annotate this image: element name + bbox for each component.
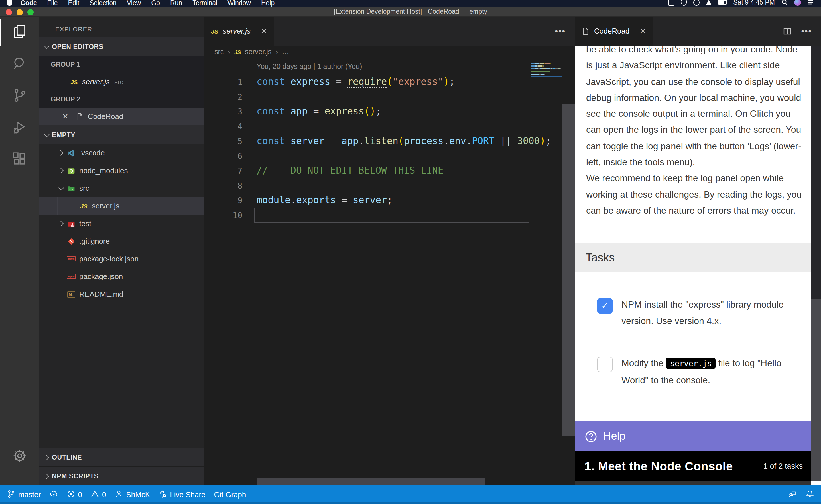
js-icon: JS	[80, 202, 88, 210]
chevron-down-icon	[44, 43, 50, 49]
gear-icon	[12, 448, 27, 466]
extensions-icon	[12, 151, 27, 169]
sidebar-section-npm-scripts[interactable]: NPM SCRIPTS	[39, 466, 204, 485]
minimap-line	[531, 70, 561, 71]
status-item-feedback[interactable]	[788, 489, 797, 500]
apple-menu-icon[interactable]	[7, 0, 12, 5]
menu-bar-clock[interactable]: Sat 9 4:45 PM	[733, 0, 775, 6]
tree-item-src[interactable]: src	[39, 179, 204, 197]
siri-icon[interactable]	[794, 0, 801, 6]
editor-actions-more-icon[interactable]: •••	[801, 26, 812, 36]
menu-item-code[interactable]: Code	[21, 0, 37, 6]
tree-item-readme-md[interactable]: M↓README.md	[39, 285, 204, 303]
menu-item-terminal[interactable]: Terminal	[192, 0, 217, 6]
tree-item-package-json[interactable]: npmpackage.json	[39, 268, 204, 285]
menu-item-view[interactable]: View	[127, 0, 141, 6]
codelens-annotation[interactable]: You, 20 days ago | 1 author (You)	[257, 63, 362, 71]
tab-coderoad[interactable]: CodeRoad ✕	[575, 17, 653, 46]
status-item-bell[interactable]	[806, 489, 814, 500]
open-editor-item-coderoad[interactable]: ✕CodeRoad	[39, 108, 204, 125]
minimap-line	[531, 68, 561, 69]
activity-bar-item-source-control[interactable]	[0, 80, 39, 112]
activity-bar-item-extensions[interactable]	[0, 144, 39, 176]
close-tab-icon[interactable]: ✕	[640, 27, 646, 35]
activity-bar-item-explorer[interactable]	[0, 17, 39, 48]
breadcrumb-item-src[interactable]: src	[215, 48, 224, 56]
tab-server-js[interactable]: JS server.js ✕	[204, 17, 274, 46]
breadcrumb-separator: ›	[228, 48, 230, 56]
notification-center-icon[interactable]	[807, 0, 814, 6]
eject-icon[interactable]	[706, 0, 712, 5]
close-tab-icon[interactable]: ✕	[261, 27, 267, 35]
task-text: Modify the server.js file to log "Hello …	[622, 355, 801, 388]
shield-icon[interactable]	[681, 0, 687, 5]
status-item-0[interactable]: 0	[66, 489, 82, 500]
activity-bar	[0, 17, 39, 485]
minimap-line	[531, 73, 561, 73]
menu-item-go[interactable]: Go	[151, 0, 160, 6]
task-checkbox[interactable]	[597, 357, 613, 372]
menu-item-file[interactable]: File	[47, 0, 58, 6]
breadcrumb-item-[interactable]: …	[282, 48, 289, 56]
tree-item-node_modules[interactable]: node_modules	[39, 162, 204, 179]
file-icon	[581, 27, 589, 35]
menu-item-window[interactable]: Window	[228, 0, 251, 6]
open-editors-header[interactable]: OPEN EDITORS	[39, 37, 204, 56]
menu-item-edit[interactable]: Edit	[68, 0, 79, 6]
status-item-master[interactable]: master	[7, 489, 41, 500]
editor-actions-more-icon[interactable]: •••	[555, 26, 565, 36]
question-circle-icon	[584, 430, 597, 443]
tree-item-package-lock-json[interactable]: npmpackage-lock.json	[39, 250, 204, 268]
minimap[interactable]	[531, 63, 561, 77]
status-item-git-graph[interactable]: Git Graph	[214, 490, 246, 499]
activity-bar-item-settings[interactable]	[0, 441, 39, 473]
task-checkbox[interactable]: ✓	[597, 298, 613, 314]
status-item-shmck[interactable]: ShMcK	[115, 489, 150, 500]
tree-item-server-js[interactable]: JSserver.js	[39, 197, 204, 215]
javascript-file-icon: JS	[234, 49, 241, 55]
line-number: 1	[204, 75, 242, 89]
menu-item-selection[interactable]: Selection	[89, 0, 116, 6]
person-icon	[115, 489, 123, 500]
status-bar: master00ShMcKLive ShareGit Graph	[0, 485, 821, 504]
status-item-live-share[interactable]: Live Share	[158, 489, 205, 500]
line-number: 5	[204, 134, 242, 149]
breadcrumb-item-serverjs[interactable]: server.js	[245, 48, 271, 56]
workspace-folder-header[interactable]: EMPTY	[39, 125, 204, 144]
webview-scrollbar-thumb[interactable]	[811, 299, 821, 481]
split-editor-icon[interactable]	[783, 26, 792, 36]
webview-scrollbar-cap	[811, 481, 821, 485]
line-number: 4	[204, 119, 242, 134]
display-icon[interactable]	[668, 0, 675, 5]
tab-bar-group-2: CodeRoad ✕ •••	[575, 17, 821, 46]
tab-bar-group-1: JS server.js ✕ •••	[204, 17, 575, 46]
help-bar[interactable]: Help	[575, 421, 811, 451]
chevron-right-icon	[44, 473, 49, 479]
close-editor-icon[interactable]: ✕	[62, 112, 68, 121]
status-item-cloud-upload[interactable]	[49, 489, 58, 500]
chevron-right-icon	[58, 168, 64, 173]
activity-bar-item-run-and-debug[interactable]	[0, 112, 39, 144]
tree-item--gitignore[interactable]: .gitignore	[39, 232, 204, 250]
code-editor[interactable]: You, 20 days ago | 1 author (You) 1const…	[204, 58, 575, 485]
menu-item-help[interactable]: Help	[261, 0, 275, 6]
editor-scrollbar[interactable]	[562, 104, 575, 436]
tree-item-test[interactable]: test	[39, 215, 204, 232]
status-item-0[interactable]: 0	[91, 489, 106, 500]
spotlight-search-icon[interactable]	[781, 0, 788, 6]
horizontal-scrollbar[interactable]	[257, 478, 485, 485]
open-editors-group-label: GROUP 1	[39, 56, 204, 73]
menu-item-run[interactable]: Run	[170, 0, 182, 6]
open-editor-item-server-js[interactable]: JSserver.jssrc	[39, 73, 204, 91]
activity-bar-item-search[interactable]	[0, 48, 39, 80]
webview-scrollbar[interactable]	[811, 46, 821, 485]
error-icon	[66, 489, 75, 500]
line-number: 9	[204, 193, 242, 208]
record-icon[interactable]	[693, 0, 700, 5]
run-and-debug-icon	[12, 119, 27, 137]
chevron-down-icon	[58, 185, 64, 191]
sidebar-section-outline[interactable]: OUTLINE	[39, 448, 204, 466]
tree-item--vscode[interactable]: .vscode	[39, 144, 204, 162]
battery-icon[interactable]	[718, 0, 727, 5]
line-number: 2	[204, 89, 242, 104]
